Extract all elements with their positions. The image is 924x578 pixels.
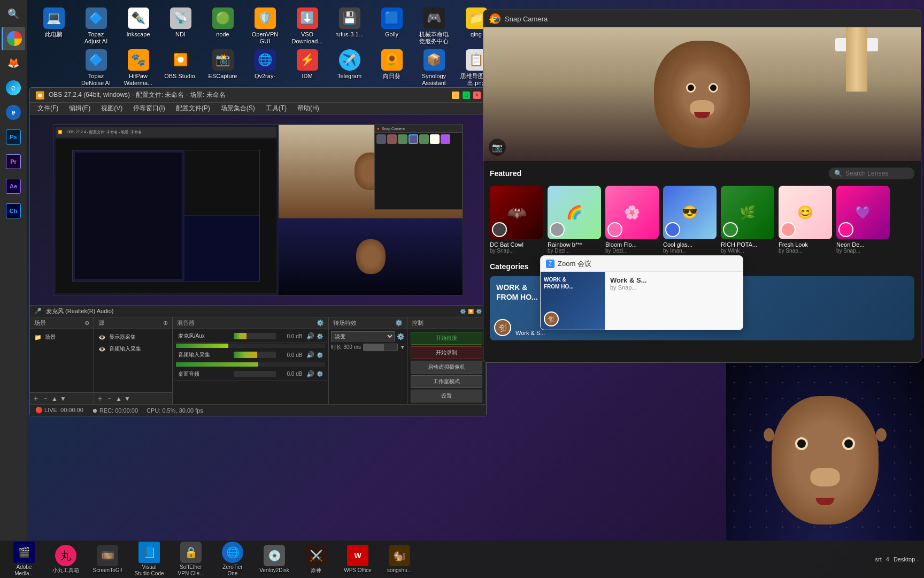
menu-file[interactable]: 文件(F) <box>32 103 64 114</box>
obs-minimize-btn[interactable]: − <box>452 92 459 99</box>
mixer-mic-mute[interactable]: 🔊 <box>306 332 314 340</box>
taskbar-me-media[interactable]: 🎬 AdobeMedia... <box>5 539 43 578</box>
zoom-category-name: Work & S... <box>610 276 737 284</box>
icon-this-pc-label: 此电脑 <box>45 31 63 38</box>
obs-maximize-btn[interactable]: □ <box>463 92 470 99</box>
menu-scene-collection[interactable]: 场景集合(S) <box>215 103 260 114</box>
scene-remove-btn[interactable]: － <box>42 394 49 404</box>
lens-item-dc-bat[interactable]: 🦇 DC Bat Cowl by Snap... <box>490 186 543 254</box>
menu-help[interactable]: 帮助(H) <box>292 103 325 114</box>
taskbar-firefox[interactable]: 🦊 <box>2 51 25 75</box>
taskbar-search[interactable]: 🔍 <box>2 2 25 26</box>
taskbar-screentogif[interactable]: 🎞️ ScreenToGif <box>89 543 126 576</box>
taskbar-xiaowanzi[interactable]: 丸 小丸工具箱 <box>47 543 84 576</box>
zoom-creator: by Snap... <box>610 284 737 291</box>
icon-telegram[interactable]: ✈️ Telegram <box>329 46 369 90</box>
mixer-desktop-mute[interactable]: 🔊 <box>306 370 314 378</box>
taskbar-wps[interactable]: W WPS Office <box>339 543 376 576</box>
icon-obs[interactable]: ⏺️ OBS Studio. <box>160 46 201 90</box>
lens-name-bloom: Bloom Flo... <box>605 241 659 248</box>
menu-tools[interactable]: 工具(T) <box>260 103 292 114</box>
taskbar-ventoy[interactable]: 💿 Ventoy2Disk <box>256 543 293 576</box>
obs-transition-header: 转场特效 ⚙️ <box>329 317 407 329</box>
lens-item-rainbow[interactable]: 🌈 Rainbow b*** by Dezi... <box>548 186 601 254</box>
lens-item-neon[interactable]: 💜 Neon De... by Snap... <box>836 186 890 254</box>
taskbar-yuanhen[interactable]: ⚔️ 原神 <box>297 543 335 576</box>
obs-window-title: OBS 27.2.4 (64bit, windows) - 配置文件: 未命名 … <box>49 90 452 100</box>
zoom-thumb-text: WORK &FROM HO... <box>544 276 574 290</box>
snap-search-box[interactable]: 🔍 <box>829 168 914 179</box>
transition-duration-slider[interactable] <box>363 344 398 351</box>
lens-item-fresh[interactable]: 😊 Fresh Look by Snap... <box>779 186 832 254</box>
obs-virtual-cam-btn[interactable]: 启动虚拟摄像机 <box>411 361 482 374</box>
menu-dockwindow[interactable]: 停靠窗口(I) <box>128 103 170 114</box>
taskbar-vscode[interactable]: 📘 VisualStudio Code <box>130 539 168 578</box>
snap-titlebar[interactable]: 📷 Snap Camera <box>483 10 921 27</box>
obs-studio-mode-btn[interactable]: 工作室模式 <box>411 375 482 388</box>
obs-start-stream-btn[interactable]: 开始推流 <box>411 332 482 345</box>
zoom-info: Work & S... by Snap... <box>605 272 743 330</box>
menu-profile[interactable]: 配置文件(P) <box>171 103 215 114</box>
snap-featured-header: Featured 🔍 <box>490 168 914 179</box>
obs-menu: 文件(F) 编辑(E) 视图(V) 停靠窗口(I) 配置文件(P) 场景集合(S… <box>30 103 486 115</box>
taskbar-ie[interactable]: e <box>2 101 25 124</box>
taskbar-after-effects[interactable]: Ae <box>2 174 25 198</box>
menu-edit[interactable]: 编辑(E) <box>64 103 96 114</box>
obs-source-display[interactable]: 👁️ 显示器采集 <box>96 331 170 343</box>
preview-snap-side: ● Snap Camera <box>279 125 463 295</box>
scene-down-btn[interactable]: ▼ <box>60 395 66 402</box>
snap-star-icon[interactable]: ★ <box>488 13 497 26</box>
mixer-bar-audio-bg <box>234 352 276 358</box>
snap-camera-capture-icon[interactable]: 📷 <box>489 139 506 156</box>
lens-item-rich[interactable]: 🌿 RICH POTA... by Wink... <box>721 186 774 254</box>
mixer-audio-settings[interactable]: ⚙️ <box>317 352 323 358</box>
snap-category-name: Work & S... <box>515 330 545 336</box>
lens-item-bloom[interactable]: 🌸 Bloom Flo... by Dezi... <box>605 186 659 254</box>
snap-search-input[interactable] <box>845 170 909 177</box>
taskbar-character[interactable]: Ch <box>2 199 25 223</box>
taskbar-chrome[interactable] <box>2 27 25 50</box>
icon-escapture[interactable]: 📸 ESCapture <box>203 46 243 90</box>
icon-xiangri[interactable]: 🌻 向日葵 <box>372 46 412 90</box>
obs-start-record-btn[interactable]: 开始录制 <box>411 346 482 359</box>
obs-scene-item[interactable]: 📁 场景 <box>32 331 91 343</box>
taskbar-songshu[interactable]: 🐿️ songshu... <box>381 543 418 576</box>
obs-settings-btn[interactable]: 设置 <box>411 390 482 402</box>
icon-qv2ray[interactable]: 🌐 Qv2ray- <box>245 46 285 90</box>
obs-titlebar[interactable]: ⏺️ OBS 27.2.4 (64bit, windows) - 配置文件: 未… <box>30 88 486 103</box>
taskbar-softether[interactable]: 🔒 SoftEtherVPN Clie... <box>172 539 210 578</box>
snap-featured-title: Featured <box>490 169 521 178</box>
lens-thumb-rainbow: 🌈 <box>548 186 601 239</box>
source-up-btn[interactable]: ▲ <box>116 395 122 402</box>
mixer-desktop-settings[interactable]: ⚙️ <box>317 371 323 377</box>
lens-item-cool-glass[interactable]: 😎 Cool glas... by Iman... <box>663 186 717 254</box>
lens-thumb-rich: 🌿 <box>721 186 774 239</box>
obs-source-audio[interactable]: 👁️ 音频输入采集 <box>96 343 170 355</box>
zoom-thumbnail: WORK &FROM HO... 🐒 <box>541 272 605 330</box>
lens-avatar-neon <box>838 222 853 237</box>
lens-creator-fresh: by Snap... <box>779 248 832 254</box>
lens-creator-dc-bat: by Snap... <box>490 248 543 254</box>
source-down-btn[interactable]: ▼ <box>124 395 130 402</box>
mixer-mic-settings[interactable]: ⚙️ <box>317 333 323 339</box>
mixer-audio-mute[interactable]: 🔊 <box>306 351 314 359</box>
icon-topaz-denoise[interactable]: 🔷 TopazDeNoise AI <box>76 46 116 90</box>
transition-settings-icon[interactable]: ⚙️ <box>397 333 405 340</box>
taskbar-premiere[interactable]: Pr <box>2 150 25 173</box>
taskbar-edge[interactable]: e <box>2 76 25 100</box>
obs-close-btn[interactable]: × <box>473 92 481 99</box>
taskbar-zerotier[interactable]: 🌐 ZeroTierOne <box>214 539 251 578</box>
source-add-btn[interactable]: ＋ <box>96 394 104 404</box>
lens-name-cool-glass: Cool glas... <box>663 241 717 248</box>
transition-type-select[interactable]: 淡变 <box>331 331 395 341</box>
scene-add-btn[interactable]: ＋ <box>32 394 40 404</box>
icon-synology[interactable]: 📦 SynologyAssistant <box>414 46 454 90</box>
taskbar-photoshop[interactable]: Ps <box>2 125 25 149</box>
menu-view[interactable]: 视图(V) <box>96 103 128 114</box>
zoom-titlebar[interactable]: Z Zoom 会议 <box>541 256 743 272</box>
icon-idm[interactable]: ⚡ IDM <box>287 46 327 90</box>
lens-avatar-dc-bat <box>492 222 507 237</box>
source-remove-btn[interactable]: － <box>106 394 113 404</box>
scene-up-btn[interactable]: ▲ <box>51 395 58 402</box>
icon-hitpaw[interactable]: 🐾 HitPawWaterma... <box>118 46 158 90</box>
